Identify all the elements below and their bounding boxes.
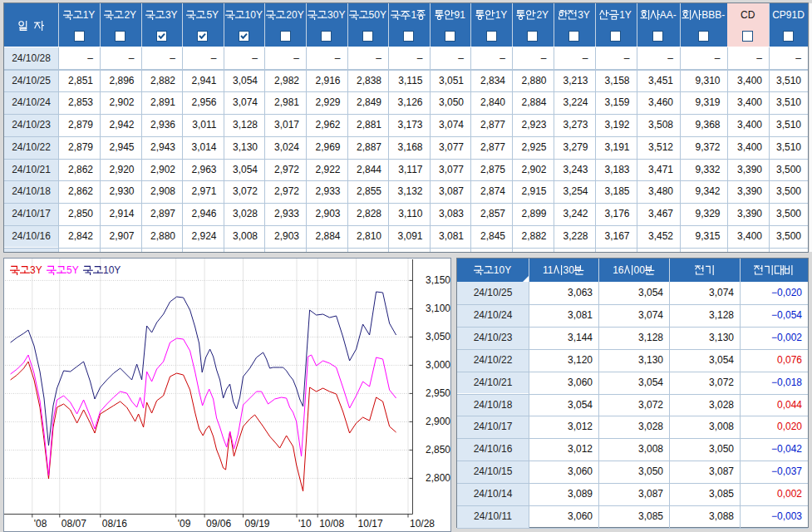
svg-text:3,100: 3,100 [426,303,450,314]
svg-text:'08: '08 [34,518,47,530]
svg-text:08/07: 08/07 [62,518,86,530]
svg-text:09/19: 09/19 [245,518,270,530]
svg-text:2,850: 2,850 [426,444,450,456]
svg-text:2,950: 2,950 [426,387,450,399]
svg-text:3,000: 3,000 [426,359,450,371]
svg-text:'10: '10 [298,518,312,530]
svg-text:'09: '09 [178,518,191,530]
svg-text:10/28: 10/28 [410,518,435,530]
svg-text:10/17: 10/17 [358,518,383,530]
svg-text:2,900: 2,900 [426,416,450,427]
svg-text:2,800: 2,800 [426,472,450,484]
svg-text:3,150: 3,150 [426,274,450,286]
svg-text:09/06: 09/06 [206,518,231,530]
svg-text:08/16: 08/16 [102,518,127,530]
svg-text:3,050: 3,050 [426,331,450,342]
svg-text:10/08: 10/08 [319,518,344,530]
